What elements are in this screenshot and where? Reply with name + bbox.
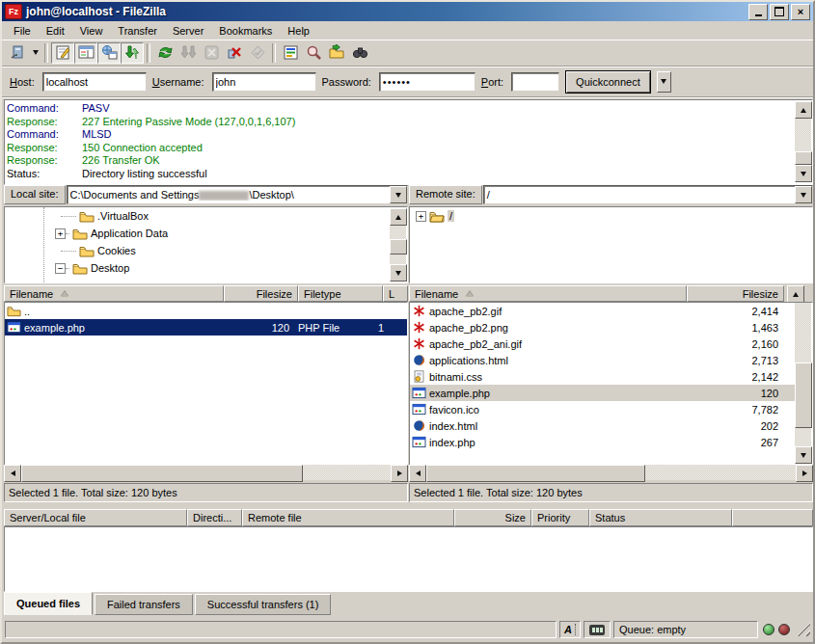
tab-failed-transfers[interactable]: Failed transfers [95, 594, 193, 615]
toolbar-separator [44, 43, 48, 63]
site-manager-dropdown[interactable] [29, 42, 41, 64]
file-row[interactable]: apache_pb2_ani.gif 2,160 [410, 335, 812, 352]
remote-list-scroll-up[interactable] [787, 285, 804, 303]
local-path-combobox[interactable]: C:\Documents and Settings\Desktop\ [67, 185, 408, 204]
log-line-text: MLSD [82, 128, 112, 142]
log-line-text: 226 Transfer OK [82, 154, 160, 168]
local-path-dropdown[interactable] [390, 186, 407, 203]
quickconnect-dropdown[interactable] [657, 71, 671, 93]
maximize-button[interactable] [770, 4, 789, 20]
status-bar: A Queue: empty [2, 617, 813, 642]
reconnect-button[interactable] [246, 42, 269, 64]
refresh-button[interactable] [153, 42, 177, 64]
tree-item-virtualbox[interactable]: .VirtualBox [5, 207, 407, 225]
toggle-transfer-queue-button[interactable] [121, 42, 144, 64]
remote-path: / [484, 189, 795, 201]
column-header-filename[interactable]: Filename [409, 285, 687, 302]
host-input[interactable] [42, 72, 147, 92]
file-row[interactable]: index.html 202 [410, 417, 812, 434]
minimize-button[interactable] [748, 4, 768, 20]
tree-item-root[interactable]: + / [410, 207, 812, 225]
menu-view[interactable]: View [72, 23, 111, 39]
close-button[interactable]: × [791, 4, 810, 20]
cancel-operation-button[interactable] [200, 42, 223, 64]
directory-comparison-button[interactable] [302, 42, 325, 64]
remote-path-combobox[interactable]: / [483, 185, 813, 204]
tree-item-desktop[interactable]: − Desktop [5, 259, 407, 277]
filter-listings-button[interactable] [279, 42, 302, 64]
remote-horizontal-scrollbar[interactable] [409, 465, 813, 480]
menu-edit[interactable]: Edit [39, 23, 72, 39]
file-name: example.php [24, 322, 223, 334]
resize-grip[interactable] [797, 623, 810, 636]
speed-limits-indicator-icon[interactable] [584, 621, 611, 638]
log-line-type: Response: [7, 116, 82, 129]
toolbar-separator [147, 43, 150, 63]
password-input[interactable] [379, 72, 475, 92]
toggle-remote-tree-button[interactable] [97, 42, 121, 64]
toggle-local-tree-button[interactable] [74, 42, 97, 64]
file-row-example-php[interactable]: example.php 120 [410, 385, 812, 401]
title-bar[interactable]: Fz john@localhost - FileZilla × [2, 2, 813, 21]
send-activity-led [763, 624, 774, 635]
column-header-filesize[interactable]: Filesize [224, 285, 298, 302]
disconnect-button[interactable] [223, 42, 246, 64]
file-row[interactable]: applications.html 2,713 [410, 352, 812, 368]
column-header-priority[interactable]: Priority [531, 509, 589, 526]
column-header-filesize[interactable]: Filesize [687, 285, 784, 302]
file-type: PHP File [293, 322, 378, 334]
menu-transfer[interactable]: Transfer [110, 23, 165, 39]
file-row-parent-directory[interactable]: .. [5, 303, 407, 319]
synchronized-browsing-button[interactable] [325, 42, 348, 64]
file-row-example-php[interactable]: example.php 120 PHP File 1 [5, 319, 407, 335]
remote-path-dropdown[interactable] [795, 186, 812, 203]
local-tree-scrollbar[interactable] [390, 208, 406, 282]
file-row[interactable]: favicon.ico 7,782 [410, 401, 812, 417]
tree-item-label: Cookies [97, 245, 136, 256]
port-label: Port: [481, 76, 503, 88]
file-row[interactable]: apache_pb2.png 1,463 [410, 319, 812, 335]
menu-server[interactable]: Server [165, 23, 211, 39]
quickconnect-bar: Host: Username: Password: Port: Quickcon… [2, 67, 813, 97]
column-header-filetype[interactable]: Filetype [298, 285, 383, 302]
file-row[interactable]: index.php 267 [410, 434, 812, 450]
port-input[interactable] [511, 72, 559, 92]
remote-site-label: Remote site: [409, 185, 482, 204]
log-scrollbar[interactable] [795, 101, 811, 182]
tree-item-application-data[interactable]: + Application Data [5, 225, 407, 242]
local-horizontal-scrollbar[interactable] [4, 465, 408, 480]
column-header-remote-file[interactable]: Remote file [242, 509, 454, 526]
transfer-type-indicator-icon[interactable]: A [559, 621, 581, 638]
toggle-message-log-button[interactable] [51, 42, 74, 64]
column-header-filename[interactable]: Filename [4, 285, 224, 302]
tab-successful-transfers[interactable]: Successful transfers (1) [195, 594, 332, 615]
find-files-button[interactable] [348, 42, 371, 64]
file-name: apache_pb2.gif [429, 306, 688, 317]
php-file-icon [412, 436, 426, 448]
queue-list[interactable] [4, 526, 813, 592]
column-header-last-modified[interactable]: L [383, 285, 408, 302]
quickconnect-button[interactable]: Quickconnect [565, 70, 651, 94]
site-manager-button[interactable] [6, 42, 29, 64]
expand-icon[interactable]: + [416, 211, 426, 222]
column-header-direction[interactable]: Directi... [187, 509, 242, 526]
menu-file[interactable]: File [6, 23, 39, 39]
tree-item-cookies[interactable]: Cookies [5, 242, 407, 259]
tree-item-label: / [448, 210, 454, 222]
menu-bookmarks[interactable]: Bookmarks [211, 23, 280, 39]
file-row[interactable]: bitnami.css 2,142 [410, 368, 812, 385]
username-input[interactable] [212, 72, 316, 92]
column-header-status[interactable]: Status [589, 509, 732, 526]
process-queue-button[interactable] [177, 42, 200, 64]
collapse-icon[interactable]: − [55, 263, 66, 274]
column-header-server-local-file[interactable]: Server/Local file [4, 509, 187, 526]
column-header-size[interactable]: Size [454, 509, 531, 526]
tab-queued-files[interactable]: Queued files [4, 592, 93, 615]
log-line-type: Response: [7, 154, 82, 168]
local-site-bar: Local site: C:\Documents and Settings\De… [4, 185, 408, 204]
file-name: example.php [429, 388, 688, 399]
file-row[interactable]: apache_pb2.gif 2,414 [410, 303, 812, 319]
remote-list-scrollbar[interactable] [795, 303, 811, 464]
expand-icon[interactable]: + [55, 228, 66, 239]
menu-help[interactable]: Help [280, 23, 317, 39]
